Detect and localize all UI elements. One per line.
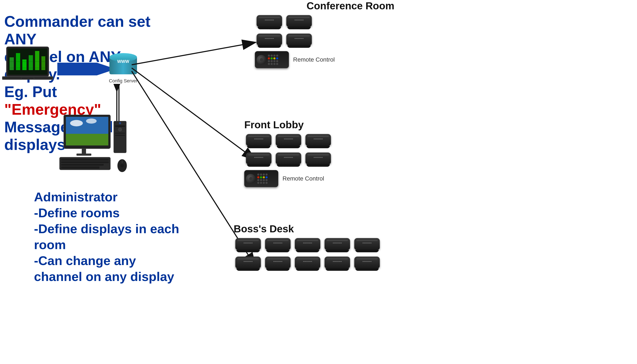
boss-stb-row2: ●●●●●●●● ●●●●●●●● ●●●●●●●● ●●●●●●●● ●●●●… <box>234 255 574 272</box>
server-subtitle: Config Server <box>104 78 142 84</box>
stb-device: ●●●●●●●● <box>246 134 272 148</box>
svg-point-31 <box>119 122 121 124</box>
conference-room-title: Conference Room <box>255 0 446 12</box>
remote-btn-red <box>268 57 270 60</box>
remote-control <box>244 170 278 187</box>
stb-device: ●●●●●●●● <box>246 152 272 167</box>
conference-room: Conference Room ●●●●●●●● ●●●●●●●● ●●●●●●… <box>255 0 446 70</box>
svg-rect-36 <box>61 166 100 168</box>
svg-rect-27 <box>115 125 125 127</box>
boss-stb-row1: ●●●●●●●● ●●●●●●●● ●●●●●●●● ●●●●●●●● ●●●●… <box>234 237 574 254</box>
conference-remote-container: Remote Control <box>255 51 446 68</box>
stb-device: ●●●●●●●● <box>265 238 290 252</box>
svg-point-39 <box>120 164 124 167</box>
svg-rect-21 <box>66 134 108 146</box>
remote-btn <box>263 174 265 176</box>
server-cylinder: WWW <box>110 53 137 76</box>
remote-btn-green <box>270 57 273 60</box>
remote-btn <box>273 60 276 62</box>
remote-btn <box>257 174 259 176</box>
stb-device: ●●●●●●●● <box>354 256 380 271</box>
cylinder-top: WWW <box>110 53 137 62</box>
svg-rect-6 <box>35 51 39 70</box>
stb-device: ●●●●●●●● <box>354 238 380 252</box>
remote-buttons <box>268 54 278 65</box>
admin-line1: Administrator <box>34 189 183 205</box>
lobby-remote-container: Remote Control <box>244 170 478 187</box>
svg-rect-12 <box>21 78 34 79</box>
remote-btn <box>273 54 276 57</box>
svg-rect-33 <box>61 159 109 160</box>
remote-btn-yellow <box>273 57 276 60</box>
remote-btn <box>260 179 262 181</box>
svg-rect-24 <box>82 149 86 154</box>
stb-device: ●●●●●●●● <box>235 256 261 271</box>
desktop-computer <box>57 115 132 181</box>
lobby-stb-row1: ●●●●●●●● ●●●●●●●● ●●●●●●●● <box>244 133 478 150</box>
stb-device: ●●●●●●●● <box>295 256 320 271</box>
remote-buttons <box>257 174 268 184</box>
remote-btn <box>268 60 270 62</box>
remote-btn <box>270 60 273 62</box>
remote-btn-blue <box>266 176 268 178</box>
remote-btn <box>270 54 273 57</box>
stb-device: ●●●●●●●● <box>276 152 301 167</box>
svg-rect-29 <box>115 133 125 134</box>
stb-device: ●●●●●●●● <box>265 256 290 271</box>
stb-device: ●●●●●●●● <box>276 134 301 148</box>
remote-btn <box>276 54 278 57</box>
svg-rect-35 <box>61 164 104 166</box>
stb-device: ●●●●●●●● <box>286 34 312 48</box>
admin-line3: -Define displays in each room <box>34 221 183 253</box>
remote-btn <box>266 182 268 184</box>
stb-device: ●●●●●●●● <box>286 15 312 29</box>
bosss-desk: Boss's Desk ●●●●●●●● ●●●●●●●● ●●●●●●●● ●… <box>234 223 574 274</box>
remote-btn <box>268 63 270 65</box>
svg-rect-4 <box>22 60 26 70</box>
remote-btn <box>268 54 270 57</box>
remote-btn <box>276 63 278 65</box>
stb-device: ●●●●●●●● <box>306 134 331 148</box>
conference-stb-row2: ●●●●●●●● ●●●●●●●● <box>255 32 446 49</box>
stb-device: ●●●●●●●● <box>295 238 320 252</box>
laptop-image <box>2 44 62 92</box>
svg-rect-2 <box>10 57 14 70</box>
front-lobby-title: Front Lobby <box>244 119 478 130</box>
remote-btn <box>266 179 268 181</box>
stb-device: ●●●●●●●● <box>306 152 331 167</box>
remote-btn-yellow <box>263 176 265 178</box>
svg-rect-25 <box>76 154 91 156</box>
admin-text-block: Administrator -Define rooms -Define disp… <box>34 189 183 284</box>
config-server: WWW Config Server <box>104 53 142 84</box>
lobby-remote-label: Remote Control <box>282 175 324 182</box>
stb-device: ●●●●●●●● <box>256 15 282 29</box>
stb-device: ●●●●●●●● <box>324 256 350 271</box>
admin-line4: -Can change any channel on any display <box>34 253 183 284</box>
svg-rect-30 <box>115 135 125 136</box>
remote-btn <box>266 174 268 176</box>
remote-btn <box>260 174 262 176</box>
conference-remote-label: Remote Control <box>293 56 335 63</box>
stb-device: ●●●●●●●● <box>324 238 350 252</box>
admin-line2: -Define rooms <box>34 205 183 221</box>
server-www-label: WWW <box>110 59 137 64</box>
remote-btn <box>257 179 259 181</box>
commander-line1: Commander can set ANY <box>4 13 153 48</box>
remote-btn-blue <box>276 57 278 60</box>
remote-control <box>255 51 289 68</box>
lobby-stb-row2: ●●●●●●●● ●●●●●●●● ●●●●●●●● <box>244 151 478 168</box>
remote-btn <box>276 60 278 62</box>
remote-btn <box>257 182 259 184</box>
remote-btn <box>263 179 265 181</box>
remote-btn-red <box>257 176 259 178</box>
svg-point-28 <box>118 128 122 131</box>
remote-btn <box>273 63 276 65</box>
remote-dial <box>256 55 266 64</box>
remote-dial <box>246 174 256 184</box>
svg-point-23 <box>86 118 97 124</box>
stb-device: ●●●●●●●● <box>235 238 261 252</box>
remote-btn <box>270 63 273 65</box>
remote-btn <box>263 182 265 184</box>
bosss-desk-title: Boss's Desk <box>234 223 574 235</box>
stb-device: ●●●●●●●● <box>256 34 282 48</box>
